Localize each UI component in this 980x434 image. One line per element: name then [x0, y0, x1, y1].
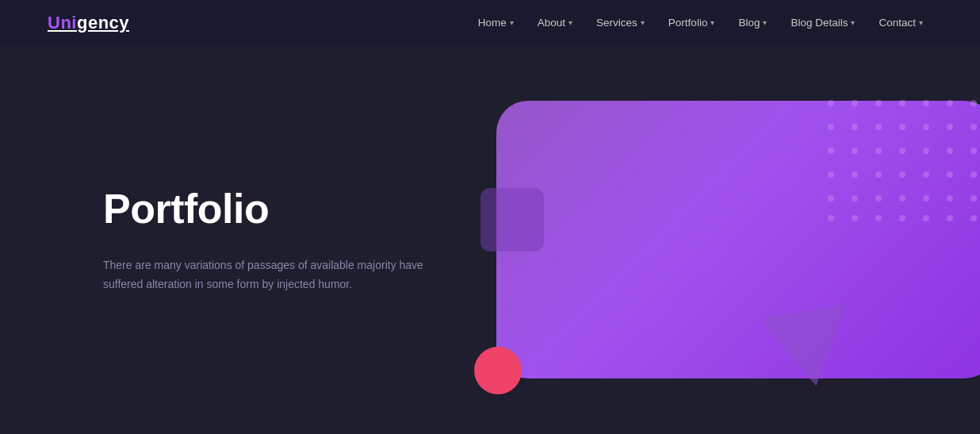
svg-point-27: [970, 171, 977, 178]
chevron-down-icon: ▾: [851, 18, 855, 27]
chevron-down-icon: ▾: [510, 18, 514, 27]
nav-link-home[interactable]: Home ▾: [469, 12, 523, 33]
hero-section: Portfolio There are many variations of p…: [0, 45, 980, 434]
svg-point-38: [899, 215, 905, 221]
nav-item-blog-details: Blog Details ▾: [781, 12, 864, 33]
svg-point-3: [899, 100, 905, 106]
svg-point-9: [875, 124, 882, 130]
chevron-down-icon: ▾: [568, 18, 572, 27]
svg-point-13: [970, 124, 977, 130]
hero-content: Portfolio There are many variations of p…: [103, 185, 444, 294]
svg-point-19: [947, 148, 953, 154]
svg-point-24: [899, 171, 905, 178]
nav-item-about: About ▾: [528, 12, 582, 33]
nav-link-portfolio[interactable]: Portfolio ▾: [659, 12, 725, 33]
nav-link-blog-details[interactable]: Blog Details ▾: [781, 12, 864, 33]
svg-point-32: [923, 195, 929, 202]
svg-point-12: [947, 124, 953, 130]
chevron-down-icon: ▾: [641, 18, 645, 27]
svg-point-41: [970, 215, 977, 221]
svg-point-22: [852, 171, 858, 178]
svg-point-40: [947, 215, 953, 221]
svg-point-28: [828, 195, 834, 202]
svg-point-35: [828, 215, 834, 221]
nav-link-services[interactable]: Services ▾: [587, 12, 654, 33]
svg-point-8: [852, 124, 858, 130]
inner-rect-shape: [480, 188, 544, 252]
svg-point-29: [852, 195, 858, 202]
nav-link-contact[interactable]: Contact ▾: [869, 12, 932, 33]
nav-item-services: Services ▾: [587, 12, 654, 33]
nav-item-contact: Contact ▾: [869, 12, 932, 33]
svg-point-36: [852, 215, 858, 221]
nav-label-services: Services: [596, 17, 637, 29]
svg-point-6: [970, 100, 977, 106]
nav-label-portfolio: Portfolio: [668, 17, 708, 29]
svg-point-31: [899, 195, 905, 202]
svg-point-10: [899, 124, 905, 130]
nav-label-home: Home: [478, 17, 507, 29]
svg-point-4: [923, 100, 929, 106]
svg-point-37: [875, 215, 882, 221]
svg-point-0: [828, 100, 834, 106]
svg-point-30: [875, 195, 882, 202]
nav-item-blog: Blog ▾: [729, 12, 776, 33]
svg-point-14: [828, 148, 834, 154]
triangle-shape: [760, 304, 859, 394]
nav-link-blog[interactable]: Blog ▾: [729, 12, 776, 33]
dot-pattern-svg: [815, 91, 980, 226]
hero-title: Portfolio: [103, 185, 444, 232]
svg-point-16: [875, 148, 882, 154]
svg-point-5: [947, 100, 953, 106]
nav-label-contact: Contact: [879, 17, 916, 29]
chevron-down-icon: ▾: [763, 18, 767, 27]
chevron-down-icon: ▾: [919, 18, 923, 27]
svg-point-23: [875, 171, 882, 178]
decorative-shapes: // Will generate dots via inline SVG: [441, 85, 980, 418]
svg-point-17: [899, 148, 905, 154]
nav-links: Home ▾ About ▾ Services ▾ Portfolio ▾ Bl: [469, 12, 932, 33]
svg-point-7: [828, 124, 834, 130]
chevron-down-icon: ▾: [710, 18, 714, 27]
logo-gency: gency: [77, 13, 129, 33]
logo-uni: Uni: [48, 13, 77, 33]
svg-point-20: [970, 148, 977, 154]
svg-point-15: [852, 148, 858, 154]
hero-description: There are many variations of passages of…: [103, 256, 444, 294]
svg-point-18: [923, 148, 929, 154]
nav-link-about[interactable]: About ▾: [528, 12, 582, 33]
nav-label-blog: Blog: [738, 17, 760, 29]
logo[interactable]: Unigency: [48, 13, 129, 33]
pink-circle-shape: [474, 347, 522, 394]
svg-point-39: [923, 215, 929, 221]
svg-point-34: [970, 195, 977, 202]
nav-label-blog-details: Blog Details: [791, 17, 848, 29]
svg-point-2: [875, 100, 882, 106]
nav-item-home: Home ▾: [469, 12, 523, 33]
svg-point-25: [923, 171, 929, 178]
svg-point-1: [852, 100, 858, 106]
svg-point-26: [947, 171, 953, 178]
svg-point-21: [828, 171, 834, 178]
svg-point-33: [947, 195, 953, 202]
navbar: Unigency Home ▾ About ▾ Services ▾ Portf…: [0, 0, 980, 45]
svg-point-11: [923, 124, 929, 130]
nav-item-portfolio: Portfolio ▾: [659, 12, 725, 33]
nav-label-about: About: [538, 17, 565, 29]
